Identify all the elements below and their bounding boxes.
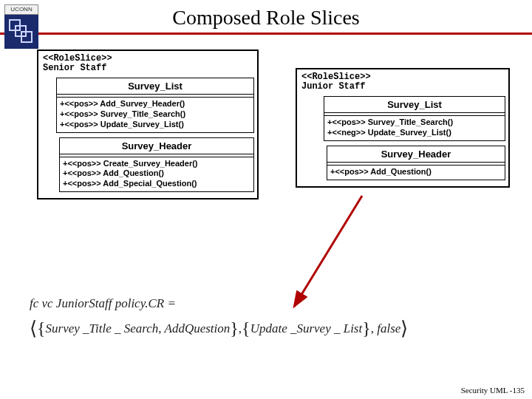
class-name: Survey_List bbox=[57, 78, 253, 95]
class-name: Survey_List bbox=[324, 97, 505, 113]
class-name: Survey_Header bbox=[327, 146, 505, 163]
op: +<<pos>> Add_Special_Question() bbox=[63, 179, 250, 189]
op: +<<pos>> Add_Question() bbox=[330, 167, 502, 177]
class-ops: +<<pos>> Create_Survey_Header() +<<pos>>… bbox=[60, 157, 253, 191]
page-footer: Security UML -135 bbox=[461, 386, 525, 395]
class-box: Survey_Header +<<pos>> Create_Survey_Hea… bbox=[59, 137, 254, 192]
page-title: Composed Role Slices bbox=[0, 6, 532, 30]
op: +<<pos>> Add_Survey_Header() bbox=[60, 99, 250, 109]
op: +<<pos>> Update_Survey_List() bbox=[60, 120, 250, 130]
op: +<<pos>> Survey_Title_Search() bbox=[60, 109, 250, 120]
formula-rhs: Update _Survey _ List bbox=[250, 321, 363, 335]
op: +<<pos>> Add_Question() bbox=[63, 168, 250, 179]
diagram-canvas: <<RoleSlice>> Senior Staff Survey_List +… bbox=[0, 35, 532, 382]
class-name: Survey_Header bbox=[60, 138, 253, 154]
formula-line2: ⟨{Survey _Title _ Search, AddQuestion},{… bbox=[30, 313, 408, 344]
op: +<<pos>> Survey_Title_Search() bbox=[327, 117, 502, 128]
role-name: Junior Staff bbox=[301, 82, 504, 92]
role-slice-junior: <<RoleSlice>> Junior Staff Survey_List +… bbox=[296, 68, 510, 188]
role-name: Senior Staff bbox=[43, 64, 253, 73]
formula-line1: fc vc JuniorStaff policy.CR = bbox=[30, 293, 408, 313]
class-ops: +<<pos>> Add_Survey_Header() +<<pos>> Su… bbox=[57, 98, 253, 132]
class-box: Survey_List +<<pos>> Add_Survey_Header()… bbox=[56, 78, 254, 132]
svg-line-3 bbox=[294, 196, 362, 307]
logo-text: UCONN bbox=[4, 4, 38, 15]
class-ops: +<<pos>> Add_Question() bbox=[327, 166, 505, 180]
role-slice-senior: <<RoleSlice>> Senior Staff Survey_List +… bbox=[37, 50, 259, 200]
class-box: Survey_List +<<pos>> Survey_Title_Search… bbox=[324, 96, 505, 141]
formula-lhs: Survey _Title _ Search, AddQuestion bbox=[46, 321, 231, 335]
formula-tail: false bbox=[377, 321, 400, 335]
formula-block: fc vc JuniorStaff policy.CR = ⟨{Survey _… bbox=[30, 293, 408, 344]
class-box: Survey_Header +<<pos>> Add_Question() bbox=[327, 146, 505, 180]
op: +<<neg>> Update_Survey_List() bbox=[327, 128, 502, 138]
class-ops: +<<pos>> Survey_Title_Search() +<<neg>> … bbox=[324, 116, 505, 140]
op: +<<pos>> Create_Survey_Header() bbox=[63, 159, 250, 169]
